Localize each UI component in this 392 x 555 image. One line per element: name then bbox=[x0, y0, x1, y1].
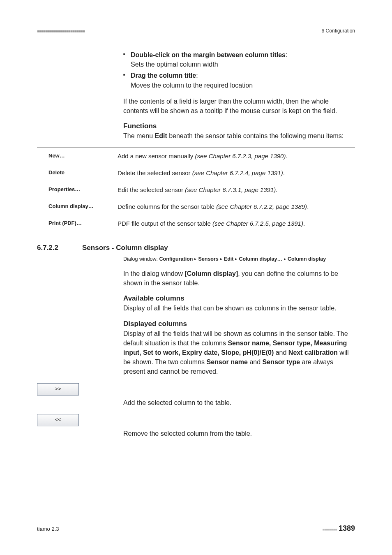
breadcrumb-separator-icon: ▸ bbox=[235, 256, 237, 262]
table-row: Column display…Define columns for the se… bbox=[37, 198, 355, 215]
available-columns-text: Display of all the fields that can be sh… bbox=[123, 303, 355, 313]
breadcrumb-separator-icon: ▸ bbox=[284, 256, 286, 262]
displayed-columns-text: Display of all the fields that will be s… bbox=[123, 329, 355, 377]
text-bold: Edit bbox=[154, 132, 167, 139]
menu-item-label: New… bbox=[37, 148, 118, 165]
footer-decoration: ■■■■■■■■ bbox=[322, 527, 337, 532]
breadcrumb-item: Column display… bbox=[239, 256, 282, 262]
breadcrumb-item: Edit bbox=[224, 256, 234, 262]
menu-item-label: Column display… bbox=[37, 198, 118, 215]
remove-column-button[interactable]: << bbox=[37, 414, 79, 426]
section-title: Sensors - Column display bbox=[82, 244, 168, 252]
text-bold: Sensor name bbox=[206, 358, 247, 365]
breadcrumb: Dialog window: Configuration▸Sensors▸Edi… bbox=[123, 255, 355, 263]
menu-item-label: Properties… bbox=[37, 181, 118, 198]
header-chapter: 6 Configuration bbox=[322, 28, 355, 34]
menu-item-desc: PDF file output of the sensor table (see… bbox=[118, 215, 355, 232]
displayed-columns-heading: Displayed columns bbox=[123, 320, 355, 328]
text-span: In the dialog window bbox=[123, 270, 184, 277]
table-row: New…Add a new sensor manually (see Chapt… bbox=[37, 148, 355, 165]
breadcrumb-item: Column display bbox=[288, 256, 326, 262]
page-header: ■■■■■■■■■■■■■■■■■■■■■■■ 6 Configuration bbox=[37, 28, 355, 34]
tooltip-paragraph: If the contents of a field is larger tha… bbox=[123, 97, 355, 116]
list-item-bold: Drag the column title bbox=[131, 72, 196, 79]
header-decoration: ■■■■■■■■■■■■■■■■■■■■■■■ bbox=[37, 29, 85, 33]
breadcrumb-separator-icon: ▸ bbox=[220, 256, 222, 262]
available-columns-heading: Available columns bbox=[123, 294, 355, 303]
menu-item-desc: Delete the selected sensor (see Chapter … bbox=[118, 164, 355, 181]
page-number: 1389 bbox=[339, 524, 355, 532]
table-row: Print (PDF)…PDF file output of the senso… bbox=[37, 215, 355, 232]
list-item: Double-click on the margin between colum… bbox=[123, 50, 355, 69]
column-actions-list: Double-click on the margin between colum… bbox=[123, 50, 355, 90]
text-span: The menu bbox=[123, 132, 154, 139]
menu-item-label: Print (PDF)… bbox=[37, 215, 118, 232]
table-row: Properties…Edit the selected sensor (see… bbox=[37, 181, 355, 198]
text-bold: Sensor type bbox=[263, 358, 300, 365]
functions-table: New…Add a new sensor manually (see Chapt… bbox=[37, 147, 355, 232]
text-span: beneath the sensor table contains the fo… bbox=[167, 132, 344, 139]
remove-column-desc: Remove the selected column from the tabl… bbox=[123, 429, 355, 438]
footer-product: tiamo 2.3 bbox=[37, 526, 59, 532]
text-span: and bbox=[274, 349, 288, 356]
breadcrumb-label: Dialog window: bbox=[123, 256, 159, 262]
functions-heading: Functions bbox=[123, 122, 355, 130]
list-item: Drag the column title: Moves the column … bbox=[123, 71, 355, 90]
add-column-button[interactable]: >> bbox=[37, 383, 79, 395]
text-bold: [Column display] bbox=[184, 270, 238, 277]
menu-item-desc: Add a new sensor manually (see Chapter 6… bbox=[118, 148, 355, 165]
section-heading-row: 6.7.2.2 Sensors - Column display bbox=[37, 244, 355, 252]
menu-item-label: Delete bbox=[37, 164, 118, 181]
menu-item-desc: Edit the selected sensor (see Chapter 6.… bbox=[118, 181, 355, 198]
text-bold: Next calibration bbox=[288, 349, 338, 356]
breadcrumb-item: Sensors bbox=[198, 256, 218, 262]
add-column-desc: Add the selected column to the table. bbox=[123, 398, 355, 407]
breadcrumb-separator-icon: ▸ bbox=[194, 256, 196, 262]
page-footer: tiamo 2.3 ■■■■■■■■1389 bbox=[37, 524, 355, 533]
breadcrumb-item: Configuration bbox=[159, 256, 193, 262]
section-intro: In the dialog window [Column display], y… bbox=[123, 269, 355, 288]
section-number: 6.7.2.2 bbox=[37, 244, 82, 252]
menu-item-desc: Define columns for the sensor table (see… bbox=[118, 198, 355, 215]
list-item-bold: Double-click on the margin between colum… bbox=[131, 51, 286, 58]
functions-intro: The menu Edit beneath the sensor table c… bbox=[123, 131, 355, 141]
table-row: DeleteDelete the selected sensor (see Ch… bbox=[37, 164, 355, 181]
text-span: and bbox=[248, 358, 263, 365]
